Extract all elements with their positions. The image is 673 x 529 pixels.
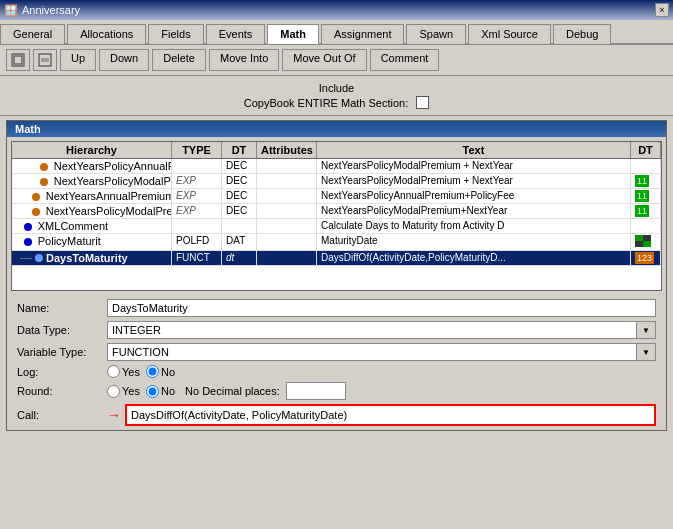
data-type-dropdown-arrow[interactable]: ▼ (636, 321, 656, 339)
row-dot (40, 178, 48, 186)
tab-assignment[interactable]: Assignment (321, 24, 404, 44)
cell-text: NextYearsPolicyModalPremium + NextYear (317, 159, 631, 173)
grid-header: Hierarchy TYPE DT Attributes Text DT (12, 142, 661, 159)
cell-hierarchy: PolicyMaturit (12, 234, 172, 250)
row-dot (24, 223, 32, 231)
col-header-text: Text (317, 142, 631, 158)
data-type-input[interactable] (107, 321, 636, 339)
row-dot (40, 163, 48, 171)
svg-rect-4 (635, 235, 643, 241)
tab-events[interactable]: Events (206, 24, 266, 44)
move-into-button[interactable]: Move Into (209, 49, 279, 71)
variable-type-field: ▼ (107, 343, 656, 361)
cell-hierarchy: XMLComment (12, 219, 172, 233)
table-row[interactable]: NextYearsPolicyAnnualPrem... DEC NextYea… (12, 159, 661, 174)
tab-debug[interactable]: Debug (553, 24, 611, 44)
cell-type: FUNCT (172, 251, 222, 265)
tab-math[interactable]: Math (267, 24, 319, 44)
cell-dt2 (631, 159, 661, 173)
cell-type: POLFD (172, 234, 222, 250)
log-yes-radio[interactable] (107, 365, 120, 378)
table-row[interactable]: NextYearsAnnualPremium EXP DEC NextYears… (12, 189, 661, 204)
toolbar: Up Down Delete Move Into Move Out Of Com… (0, 45, 673, 76)
tab-spawn[interactable]: Spawn (406, 24, 466, 44)
data-type-label: Data Type: (17, 324, 107, 336)
row-dot (24, 238, 32, 246)
svg-rect-3 (41, 58, 49, 62)
tab-general[interactable]: General (0, 24, 65, 44)
math-panel-title: Math (7, 121, 666, 137)
name-label: Name: (17, 302, 107, 314)
cell-dt2: 123 (631, 251, 661, 265)
cell-hierarchy: ---- DaysToMaturity (12, 251, 172, 265)
call-input[interactable] (125, 404, 656, 426)
round-radio-group: Yes No No Decimal places: (107, 382, 346, 400)
table-row[interactable]: ---- DaysToMaturity FUNCT dt DaysDiffOf(… (12, 251, 661, 266)
cell-dt: DEC (222, 204, 257, 218)
move-out-of-button[interactable]: Move Out Of (282, 49, 366, 71)
svg-rect-1 (14, 56, 22, 64)
cell-dt: DEC (222, 174, 257, 188)
decimal-places-label: No Decimal places: (185, 385, 280, 397)
copybook-label: CopyBook ENTIRE Math Section: (244, 97, 408, 109)
up-button[interactable]: Up (60, 49, 96, 71)
variable-type-dropdown-arrow[interactable]: ▼ (636, 343, 656, 361)
call-arrow-icon: → (107, 407, 121, 423)
name-input[interactable] (107, 299, 656, 317)
icon-btn-1[interactable] (6, 49, 30, 71)
comment-button[interactable]: Comment (370, 49, 440, 71)
svg-rect-6 (635, 241, 643, 247)
row-dot (32, 208, 40, 216)
cell-hierarchy: NextYearsPolicyAnnualPrem... (12, 159, 172, 173)
table-row[interactable]: NextYearsPolicyModalPremium EXP DEC Next… (12, 204, 661, 219)
round-no-radio[interactable] (146, 385, 159, 398)
cell-type (172, 219, 222, 233)
cell-attr (257, 159, 317, 173)
table-row[interactable]: XMLComment Calculate Days to Maturity fr… (12, 219, 661, 234)
svg-rect-5 (643, 235, 651, 241)
cell-dt (222, 219, 257, 233)
delete-button[interactable]: Delete (152, 49, 206, 71)
round-no-label[interactable]: No (146, 385, 175, 398)
col-header-dt: DT (222, 142, 257, 158)
cell-type: EXP (172, 189, 222, 203)
include-label: Include (319, 82, 354, 94)
log-no-label[interactable]: No (146, 365, 175, 378)
round-yes-label[interactable]: Yes (107, 385, 140, 398)
cell-text: MaturityDate (317, 234, 631, 250)
close-button[interactable]: × (655, 3, 669, 17)
math-panel: Math Hierarchy TYPE DT Attributes Text D… (6, 120, 667, 431)
window-title: Anniversary (22, 4, 80, 16)
window-icon: 🪟 (4, 4, 18, 17)
log-row: Log: Yes No (17, 365, 656, 378)
data-type-row: Data Type: ▼ (17, 321, 656, 339)
cell-text: NextYearsPolicyModalPremium + NextYear (317, 174, 631, 188)
col-header-attr: Attributes (257, 142, 317, 158)
variable-type-label: Variable Type: (17, 346, 107, 358)
cell-text: Calculate Days to Maturity from Activity… (317, 219, 631, 233)
variable-type-input[interactable] (107, 343, 636, 361)
log-yes-label[interactable]: Yes (107, 365, 140, 378)
cell-dt: DEC (222, 159, 257, 173)
data-type-field: ▼ (107, 321, 656, 339)
cell-type: EXP (172, 204, 222, 218)
log-no-radio[interactable] (146, 365, 159, 378)
tab-xmlsource[interactable]: Xml Source (468, 24, 551, 44)
decimal-places-input[interactable] (286, 382, 346, 400)
cell-dt2: 11 (631, 204, 661, 218)
cell-dt: DEC (222, 189, 257, 203)
table-row[interactable]: PolicyMaturit POLFD DAT MaturityDate (12, 234, 661, 251)
icon-btn-2[interactable] (33, 49, 57, 71)
cell-attr (257, 219, 317, 233)
cell-dt2: 11 (631, 189, 661, 203)
table-row[interactable]: NextYearsPolicyModalPremium EXP DEC Next… (12, 174, 661, 189)
tab-fields[interactable]: Fields (148, 24, 203, 44)
name-row: Name: (17, 299, 656, 317)
form-section: Name: Data Type: ▼ Variable Type: ▼ Log: (7, 295, 666, 430)
down-button[interactable]: Down (99, 49, 149, 71)
tab-allocations[interactable]: Allocations (67, 24, 146, 44)
round-yes-radio[interactable] (107, 385, 120, 398)
copybook-checkbox[interactable] (416, 96, 429, 109)
cell-hierarchy: NextYearsPolicyModalPremium (12, 204, 172, 218)
cell-attr (257, 234, 317, 250)
